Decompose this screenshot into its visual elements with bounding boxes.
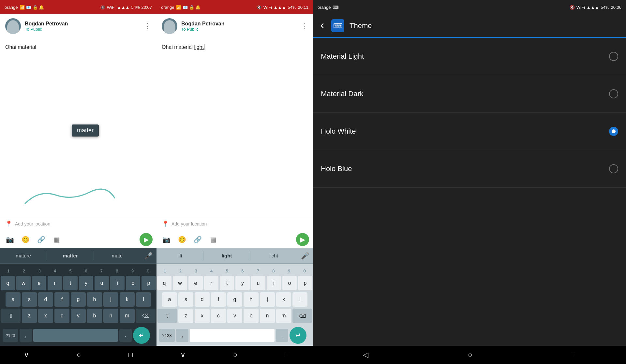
comma-key-2[interactable]: ,: [176, 329, 188, 342]
sym-key-1[interactable]: ?123: [3, 329, 18, 342]
key-o-1[interactable]: o: [126, 276, 140, 290]
radio-material-dark[interactable]: [609, 89, 618, 98]
key-h-1[interactable]: h: [87, 292, 102, 307]
chart-icon-1[interactable]: ▦: [51, 234, 63, 245]
camera-icon-2[interactable]: 📷: [160, 234, 172, 245]
key-w-2[interactable]: w: [173, 276, 187, 290]
back-button-theme[interactable]: [318, 22, 326, 30]
location-text-1[interactable]: Add your location: [15, 221, 50, 226]
enter-key-1[interactable]: ↵: [133, 327, 150, 344]
key-c-1[interactable]: c: [54, 309, 69, 323]
suggestion-right-1[interactable]: mate: [94, 248, 141, 264]
key-s-2[interactable]: s: [178, 292, 193, 307]
key-p-1[interactable]: p: [142, 276, 156, 290]
key-p-2[interactable]: p: [298, 276, 312, 290]
key-j-2[interactable]: j: [260, 292, 275, 307]
mic-icon-2[interactable]: 🎤: [297, 252, 313, 260]
key-a-2[interactable]: a: [162, 292, 177, 307]
key-c-2[interactable]: c: [211, 309, 226, 323]
key-g-2[interactable]: g: [227, 292, 242, 307]
key-l-2[interactable]: l: [292, 292, 307, 307]
key-b-1[interactable]: b: [87, 309, 102, 323]
location-text-2[interactable]: Add your location: [171, 221, 207, 226]
key-u-2[interactable]: u: [251, 276, 265, 290]
key-t-1[interactable]: t: [63, 276, 78, 290]
key-a-1[interactable]: a: [6, 292, 21, 307]
key-k-1[interactable]: k: [120, 292, 135, 307]
key-d-2[interactable]: d: [195, 292, 210, 307]
key-o-2[interactable]: o: [282, 276, 297, 290]
suggestion-left-1[interactable]: mature: [0, 248, 47, 264]
more-button-2[interactable]: ⋮: [301, 22, 308, 30]
delete-key-1[interactable]: ⌫: [136, 309, 156, 323]
key-g-1[interactable]: g: [71, 292, 86, 307]
space-key-2[interactable]: [190, 329, 275, 342]
key-x-2[interactable]: x: [195, 309, 210, 323]
recent-nav-2[interactable]: □: [277, 348, 297, 362]
home-nav-3[interactable]: ○: [452, 348, 488, 362]
key-h-2[interactable]: h: [244, 292, 259, 307]
key-v-1[interactable]: v: [71, 309, 86, 323]
key-m-2[interactable]: m: [276, 309, 291, 323]
key-i-2[interactable]: i: [267, 276, 281, 290]
home-nav-2[interactable]: ○: [225, 348, 245, 362]
key-n-2[interactable]: n: [260, 309, 275, 323]
theme-item-holo-white[interactable]: Holo White: [313, 113, 626, 150]
key-e-1[interactable]: e: [32, 276, 46, 290]
mic-icon-1[interactable]: 🎤: [141, 252, 156, 260]
shift-key-1[interactable]: ⇧: [1, 309, 21, 323]
enter-key-2[interactable]: ↵: [290, 327, 306, 344]
shift-key-2[interactable]: ⇧: [157, 309, 177, 323]
key-t-2[interactable]: t: [220, 276, 234, 290]
back-nav-2[interactable]: ∨: [172, 348, 193, 362]
suggestion-right-2[interactable]: licht: [250, 248, 297, 264]
emoji-icon-1[interactable]: 😊: [20, 234, 31, 245]
key-m-1[interactable]: m: [120, 309, 135, 323]
theme-item-holo-blue[interactable]: Holo Blue: [313, 150, 626, 188]
key-y-2[interactable]: y: [235, 276, 250, 290]
key-q-1[interactable]: q: [1, 276, 15, 290]
key-x-1[interactable]: x: [38, 309, 53, 323]
key-l-1[interactable]: l: [136, 292, 151, 307]
period-key-1[interactable]: .: [119, 329, 132, 342]
theme-item-material-light[interactable]: Material Light: [313, 38, 626, 75]
send-button-1[interactable]: ▶: [140, 233, 153, 246]
key-i-1[interactable]: i: [110, 276, 125, 290]
key-d-1[interactable]: d: [38, 292, 53, 307]
theme-item-material-dark[interactable]: Material Dark: [313, 75, 626, 113]
key-w-1[interactable]: w: [16, 276, 31, 290]
key-y-1[interactable]: y: [79, 276, 93, 290]
key-z-2[interactable]: z: [178, 309, 193, 323]
radio-material-light[interactable]: [609, 52, 618, 61]
sym-key-2[interactable]: ?123: [159, 329, 175, 342]
key-r-1[interactable]: r: [48, 276, 62, 290]
key-r-2[interactable]: r: [204, 276, 218, 290]
period-key-2[interactable]: .: [276, 329, 288, 342]
compose-area-2[interactable]: Ohai material light: [156, 38, 313, 217]
key-v-2[interactable]: v: [227, 309, 242, 323]
key-q-2[interactable]: q: [157, 276, 171, 290]
key-k-2[interactable]: k: [276, 292, 291, 307]
key-n-1[interactable]: n: [103, 309, 118, 323]
link-icon-2[interactable]: 🔗: [192, 234, 203, 245]
back-nav-3[interactable]: ◁: [347, 348, 384, 362]
key-j-1[interactable]: j: [103, 292, 118, 307]
comma-key-1[interactable]: ,: [20, 329, 32, 342]
key-b-2[interactable]: b: [244, 309, 259, 323]
key-e-2[interactable]: e: [188, 276, 203, 290]
send-button-2[interactable]: ▶: [296, 233, 309, 246]
radio-holo-blue[interactable]: [609, 164, 618, 173]
suggestion-left-2[interactable]: lift: [156, 248, 203, 264]
key-f-1[interactable]: f: [54, 292, 69, 307]
suggestion-center-1[interactable]: matter: [47, 248, 94, 264]
chart-icon-2[interactable]: ▦: [207, 234, 219, 245]
home-nav-1[interactable]: ○: [69, 348, 89, 362]
key-f-2[interactable]: f: [211, 292, 226, 307]
radio-holo-white[interactable]: [609, 127, 618, 136]
key-z-1[interactable]: z: [22, 309, 37, 323]
more-button-1[interactable]: ⋮: [144, 22, 151, 30]
link-icon-1[interactable]: 🔗: [35, 234, 47, 245]
recent-nav-1[interactable]: □: [121, 348, 141, 362]
suggestion-center-2[interactable]: light: [203, 248, 250, 264]
key-u-1[interactable]: u: [95, 276, 109, 290]
